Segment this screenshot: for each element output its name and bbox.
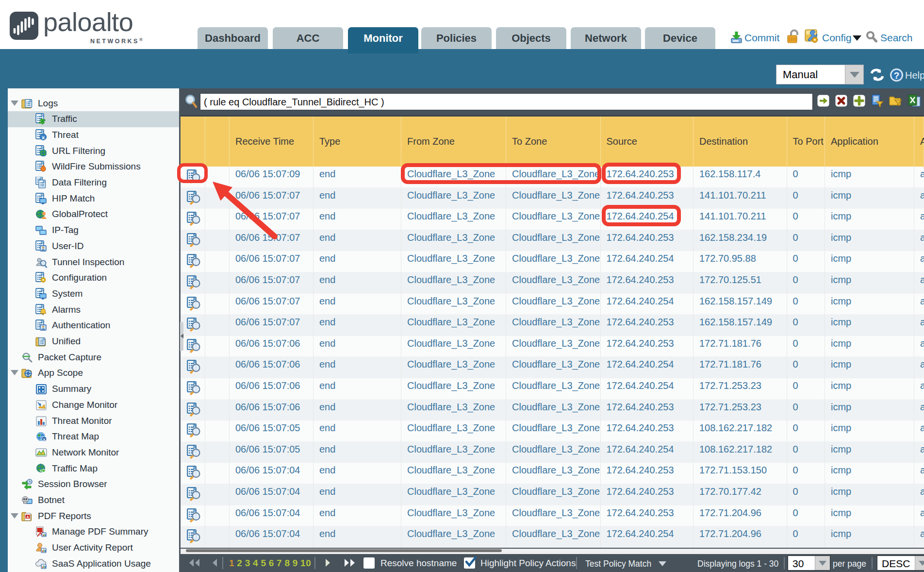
svg-text:x: x [42, 134, 45, 140]
svg-text:A: A [26, 515, 29, 519]
svg-text:?: ? [894, 70, 900, 81]
svg-text:x: x [43, 437, 45, 442]
